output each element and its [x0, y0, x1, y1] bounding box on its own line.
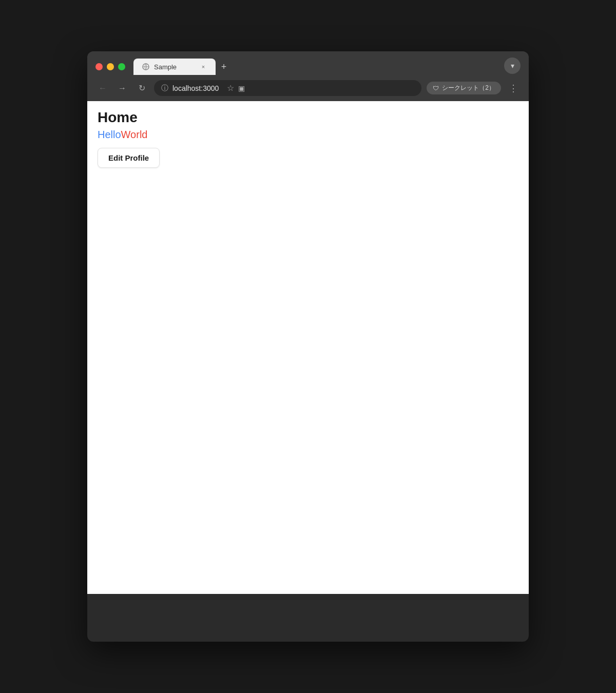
page-title: Home — [98, 109, 518, 126]
edit-profile-button[interactable]: Edit Profile — [98, 148, 160, 168]
active-tab[interactable]: Sample × — [133, 59, 216, 75]
address-action-icons: ☆ ▣ — [223, 83, 245, 93]
back-icon: ← — [99, 84, 107, 93]
back-button[interactable]: ← — [95, 81, 110, 95]
forward-button[interactable]: → — [115, 81, 129, 95]
page-content: Home HelloWorld Edit Profile — [87, 101, 529, 594]
tab-close-button[interactable]: × — [199, 63, 207, 71]
more-options-button[interactable]: ⋮ — [506, 81, 521, 95]
tab-dropdown-button[interactable]: ▾ — [504, 57, 521, 74]
info-icon: ⓘ — [161, 84, 168, 93]
hello-world-text: HelloWorld — [98, 129, 518, 141]
close-button[interactable] — [95, 63, 103, 70]
address-bar: ← → ↻ ⓘ localhost:3000 ☆ ▣ 🛡 シークレット（2） ⋮ — [87, 76, 529, 101]
more-icon: ⋮ — [509, 83, 518, 94]
tab-label: Sample — [154, 63, 195, 71]
sidebar-icon[interactable]: ▣ — [238, 84, 245, 92]
traffic-lights — [95, 63, 125, 70]
tab-favicon-icon — [142, 63, 150, 71]
incognito-label: シークレット（2） — [442, 84, 495, 92]
world-part: World — [121, 129, 148, 140]
address-input-area[interactable]: ⓘ localhost:3000 ☆ ▣ — [154, 80, 421, 96]
reload-icon: ↻ — [139, 83, 145, 93]
minimize-button[interactable] — [107, 63, 114, 70]
forward-icon: → — [118, 84, 126, 93]
chevron-down-icon: ▾ — [511, 62, 514, 70]
browser-window: Sample × + ▾ ← → ↻ ⓘ localhost:3000 ☆ ▣ — [87, 51, 529, 642]
reload-button[interactable]: ↻ — [134, 81, 149, 95]
title-bar: Sample × + ▾ — [87, 51, 529, 76]
hello-part: Hello — [98, 129, 121, 140]
tab-bar: Sample × + — [133, 59, 498, 75]
new-tab-button[interactable]: + — [217, 60, 231, 74]
incognito-icon: 🛡 — [433, 85, 439, 92]
star-icon[interactable]: ☆ — [227, 83, 234, 93]
incognito-badge[interactable]: 🛡 シークレット（2） — [427, 82, 501, 94]
url-display: localhost:3000 — [172, 84, 219, 92]
maximize-button[interactable] — [118, 63, 125, 70]
